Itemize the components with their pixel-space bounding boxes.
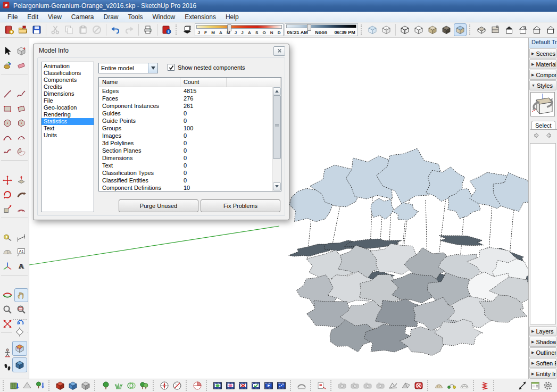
time-slider-handle[interactable] [307,24,311,31]
table-row[interactable]: Edges4815 [99,87,281,95]
3d-text-button[interactable]: AA [14,260,28,273]
preferences-gear-button[interactable] [542,380,554,391]
rotate-button[interactable] [1,188,14,202]
table-scrollbar[interactable] [272,87,281,191]
flower-cluster[interactable] [393,203,419,220]
vegetation-tree-button[interactable] [100,380,112,391]
text-button[interactable]: A1 [14,245,28,259]
rectangle-button[interactable] [1,102,14,115]
styles-list-area[interactable] [530,143,556,324]
zoom-button[interactable] [1,303,14,316]
tray-section-outliner[interactable]: ▶Outliner [529,347,556,357]
toolbar-grip[interactable] [13,319,27,322]
toolbar-grip[interactable] [94,380,97,391]
tray-section-shadows[interactable]: ▶Shadows [529,337,556,347]
shaded-textures-button[interactable] [440,23,453,36]
toolbar-grip[interactable] [469,24,472,35]
statistics-scope-dropdown[interactable]: Entire model [98,63,158,73]
label-note-button[interactable] [316,380,328,391]
sandbox-plane-button[interactable] [21,380,33,391]
model-info-category-rendering[interactable]: Rendering [41,111,94,118]
compass-button[interactable] [159,380,170,391]
fix-problems-button[interactable]: Fix Problems [201,199,280,212]
spring-tool-button[interactable] [479,380,491,391]
orbit-button[interactable] [1,288,14,302]
camera-video-button[interactable] [349,380,361,391]
line-button[interactable] [1,87,14,101]
table-row[interactable]: Component Definitions10 [99,184,281,191]
camera-export-button[interactable] [375,380,386,391]
model-info-button[interactable]: i [160,23,173,36]
solid-gray-cube-button[interactable] [80,380,92,391]
pie-tool-button[interactable] [14,145,28,159]
month-slider-handle[interactable] [227,24,231,31]
display-section-cuts-button[interactable] [12,357,27,372]
table-row[interactable]: Text0 [99,162,281,169]
plant-stem[interactable] [439,198,446,255]
table-row[interactable]: Classified Entities0 [99,177,281,184]
tray-section-styles[interactable]: ▼Styles [529,80,556,90]
mesh-smooth-button[interactable] [400,380,412,391]
toolbar-grip[interactable] [48,380,52,391]
table-row[interactable]: Dimensions0 [99,154,281,162]
select-button[interactable] [1,44,14,58]
menu-tools[interactable]: Tools [124,12,147,22]
save-button[interactable] [30,23,43,36]
model-info-category-animation[interactable]: Animation [41,63,94,70]
move-button[interactable] [1,173,14,187]
count-column-header[interactable]: Count [180,78,227,87]
toolbar-grip[interactable] [3,380,6,391]
menu-file[interactable]: File [3,12,22,22]
menu-view[interactable]: View [44,12,66,22]
camera-photo-button[interactable] [362,380,373,391]
ball-path-button[interactable] [446,380,458,391]
vegetation-trees-button[interactable] [138,380,150,391]
xray-button[interactable] [366,23,379,36]
model-info-category-dimensions[interactable]: Dimensions [41,90,94,97]
fullscreen-toggle-button[interactable] [517,380,528,391]
toolbar-grip[interactable] [330,380,334,391]
toolbar-grip[interactable] [290,380,293,391]
compass-pie-button[interactable] [192,380,203,391]
dimension-button[interactable] [14,231,28,245]
shaded-button[interactable] [426,23,439,36]
push-pull-button[interactable] [14,173,28,187]
back-edges-button[interactable] [380,23,393,36]
table-row[interactable]: Guide Points0 [99,117,281,124]
arc-3pt-button[interactable] [1,145,14,159]
table-row[interactable]: Classification Types0 [99,169,281,177]
copy-button[interactable] [63,23,76,36]
arc-button[interactable] [1,130,14,144]
cut-button[interactable] [49,23,62,36]
menu-help[interactable]: Help [221,12,243,22]
scene-delete-film-button[interactable] [237,380,249,391]
model-info-category-classifications[interactable]: Classifications [41,70,94,77]
table-row[interactable]: Section Planes0 [99,147,281,154]
paint-bucket-button[interactable] [1,59,14,72]
dome-tool-button[interactable] [459,380,470,391]
model-info-category-units[interactable]: Units [41,132,94,139]
dialog-close-button[interactable] [273,46,285,56]
scroll-up-button[interactable] [273,87,281,95]
table-row[interactable]: Component Instances261 [99,102,281,110]
scene-update-film-button[interactable] [225,380,236,391]
table-row[interactable]: Faces276 [99,95,281,102]
empty-column-header[interactable] [227,78,281,87]
tray-section-layers[interactable]: ▶Layers [529,326,556,336]
section-plane-tool-button[interactable] [12,324,27,339]
name-column-header[interactable]: Name [99,78,180,87]
tray-section-scenes[interactable]: ▶Scenes [529,48,556,59]
open-folder-button[interactable] [16,23,29,36]
axes-button[interactable] [1,260,14,273]
eraser-button[interactable] [14,59,28,72]
table-row[interactable]: Guides0 [99,110,281,117]
toolbar-grip[interactable] [493,380,496,391]
wireframe-button[interactable] [398,23,411,36]
tape-measure-button[interactable] [1,231,14,245]
dropdown-arrow-button[interactable] [148,63,157,73]
toolbar-grip[interactable] [473,380,476,391]
tray-section-soften-edges[interactable]: ▶Soften Edges [529,358,556,368]
model-info-category-credits[interactable]: Credits [41,84,94,90]
tray-section-entity-info[interactable]: ▶Entity Info [529,369,556,379]
tray-toggle-button[interactable] [529,380,541,391]
